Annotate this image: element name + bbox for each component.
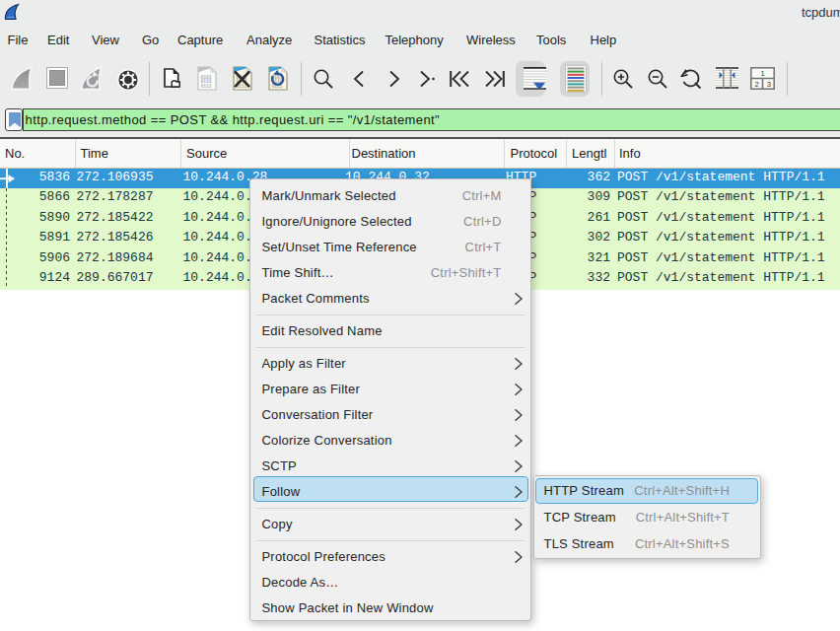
svg-text:3: 3 [767,80,771,89]
svg-text:0111: 0111 [200,84,211,89]
svg-text:2: 2 [755,80,759,89]
svg-text:1: 1 [761,69,765,78]
